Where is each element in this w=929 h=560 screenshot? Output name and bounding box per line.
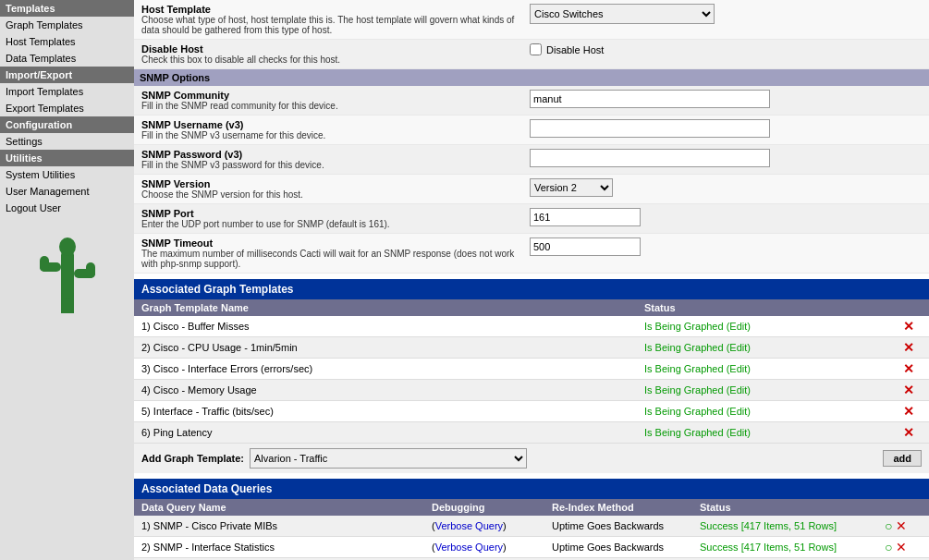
dq-col-name-header: Data Query Name <box>141 502 432 513</box>
snmp-version-select[interactable]: Version 1 Version 2 Version 3 <box>530 178 613 197</box>
sidebar-item-graph-templates[interactable]: Graph Templates <box>0 17 134 33</box>
add-graph-template-label: Add Graph Template: <box>141 453 244 464</box>
snmp-community-input[interactable] <box>530 90 770 108</box>
graph-template-name-col-header: Graph Template Name <box>141 302 644 313</box>
snmp-timeout-field-desc: The maximum number of milliseconds Cacti… <box>141 249 530 269</box>
dq-row-2-verbose-link[interactable]: Verbose Query <box>435 542 503 553</box>
dq-row-1: 1) SNMP - Cisco Private MIBs (Verbose Qu… <box>134 516 929 537</box>
dq-row-1-verbose-link[interactable]: Verbose Query <box>435 520 503 531</box>
graph-row-4-delete[interactable]: ✕ <box>903 383 922 397</box>
add-graph-template-button[interactable]: add <box>883 450 922 467</box>
graph-row-5-edit-link[interactable]: Edit <box>729 406 747 417</box>
snmp-username-field-name: SNMP Username (v3) <box>141 119 530 130</box>
dq-row-1-status: Success [417 Items, 51 Rows] <box>700 520 885 531</box>
dq-col-status-header: Status <box>700 502 885 513</box>
svg-rect-3 <box>40 256 49 272</box>
disable-host-row: Disable Host Check this box to disable a… <box>134 40 929 69</box>
snmp-timeout-input[interactable] <box>530 237 641 256</box>
snmp-options-header: SNMP Options <box>134 69 929 86</box>
graph-row-4-edit-link[interactable]: Edit <box>729 384 747 396</box>
sidebar-item-system-utilities[interactable]: System Utilities <box>0 166 134 183</box>
dq-row-1-actions: ○ ✕ <box>885 518 922 533</box>
snmp-community-field-desc: Fill in the SNMP read community for this… <box>141 101 530 111</box>
host-template-field-name: Host Template <box>141 4 530 15</box>
add-graph-template-select[interactable]: Alvarion - Traffic Cisco - Buffer Misses… <box>250 448 527 469</box>
snmp-community-row: SNMP Community Fill in the SNMP read com… <box>134 86 929 116</box>
graph-row-2-delete[interactable]: ✕ <box>903 340 922 355</box>
cactus-logo <box>31 230 104 323</box>
snmp-community-control <box>530 90 922 108</box>
graph-row-6-edit-link[interactable]: Edit <box>729 427 747 438</box>
disable-host-checkbox[interactable] <box>530 43 542 55</box>
graph-row-3-delete[interactable]: ✕ <box>903 361 922 376</box>
graph-row-2-edit-link[interactable]: Edit <box>729 342 747 353</box>
sidebar-item-export-templates[interactable]: Export Templates <box>0 100 134 116</box>
sidebar: Templates Graph Templates Host Templates… <box>0 0 134 560</box>
graph-row-5-delete[interactable]: ✕ <box>903 404 922 419</box>
snmp-port-field-desc: Enter the UDP port number to use for SNM… <box>141 219 530 229</box>
snmp-version-field-desc: Choose the SNMP version for this host. <box>141 189 530 200</box>
graph-row-6-status: Is Being Graphed (Edit) <box>644 427 903 438</box>
graph-row-4-name: 4) Cisco - Memory Usage <box>141 384 644 396</box>
sidebar-item-settings[interactable]: Settings <box>0 133 134 150</box>
data-queries-table-header: Data Query Name Debugging Re-Index Metho… <box>134 499 929 516</box>
host-template-row: Host Template Choose what type of host, … <box>134 0 929 40</box>
snmp-version-row: SNMP Version Choose the SNMP version for… <box>134 175 929 204</box>
sidebar-section-configuration: Configuration <box>0 116 134 133</box>
dq-row-1-recache-icon[interactable]: ○ <box>885 518 892 533</box>
dq-col-debug-header: Debugging <box>432 502 552 513</box>
dq-row-2-delete-icon[interactable]: ✕ <box>896 540 907 554</box>
graph-row-1-delete[interactable]: ✕ <box>903 319 922 334</box>
dq-col-actions-header <box>885 502 922 513</box>
sidebar-item-data-templates[interactable]: Data Templates <box>0 50 134 67</box>
graph-row-3-status: Is Being Graphed (Edit) <box>644 363 903 374</box>
snmp-version-label-col: SNMP Version Choose the SNMP version for… <box>141 178 530 200</box>
sidebar-item-import-templates[interactable]: Import Templates <box>0 83 134 100</box>
snmp-community-label-col: SNMP Community Fill in the SNMP read com… <box>141 90 530 111</box>
graph-template-action-col-header <box>903 302 922 313</box>
dq-row-1-name: 1) SNMP - Cisco Private MIBs <box>141 520 432 531</box>
graph-row-1-edit-link[interactable]: Edit <box>729 321 747 332</box>
snmp-password-input[interactable] <box>530 149 770 167</box>
sidebar-section-templates: Templates <box>0 0 134 17</box>
host-template-control: Cisco Switches Generic SNMP-enabled Host… <box>530 4 922 24</box>
graph-row-1-name: 1) Cisco - Buffer Misses <box>141 321 644 332</box>
dq-row-2-recache-icon[interactable]: ○ <box>885 540 892 554</box>
svg-rect-5 <box>86 262 95 278</box>
main-content: Host Template Choose what type of host, … <box>134 0 929 560</box>
graph-template-row: 1) Cisco - Buffer Misses Is Being Graphe… <box>134 316 929 337</box>
snmp-timeout-field-name: SNMP Timeout <box>141 237 530 249</box>
dq-row-1-delete-icon[interactable]: ✕ <box>896 518 907 533</box>
graph-row-4-status: Is Being Graphed (Edit) <box>644 384 903 396</box>
host-template-select[interactable]: Cisco Switches Generic SNMP-enabled Host… <box>530 4 715 24</box>
sidebar-section-import-export: Import/Export <box>0 67 134 83</box>
snmp-timeout-row: SNMP Timeout The maximum number of milli… <box>134 234 929 274</box>
snmp-password-label-col: SNMP Password (v3) Fill in the SNMP v3 p… <box>141 149 530 170</box>
dq-col-reindex-header: Re-Index Method <box>552 502 700 513</box>
snmp-password-field-name: SNMP Password (v3) <box>141 149 530 160</box>
snmp-password-field-desc: Fill in the SNMP v3 password for this de… <box>141 160 530 170</box>
svg-point-6 <box>59 237 76 256</box>
sidebar-item-host-templates[interactable]: Host Templates <box>0 33 134 50</box>
snmp-username-control <box>530 119 922 138</box>
snmp-port-control <box>530 208 922 226</box>
svg-rect-1 <box>61 249 74 299</box>
snmp-community-field-name: SNMP Community <box>141 90 530 101</box>
add-graph-template-row: Add Graph Template: Alvarion - Traffic C… <box>134 444 929 473</box>
graph-template-row: 3) Cisco - Interface Errors (errors/sec)… <box>134 359 929 380</box>
sidebar-item-logout[interactable]: Logout User <box>0 200 134 216</box>
snmp-port-label-col: SNMP Port Enter the UDP port number to u… <box>141 208 530 229</box>
graph-row-6-delete[interactable]: ✕ <box>903 425 922 440</box>
host-template-field-desc: Choose what type of host, host template … <box>141 15 530 35</box>
graph-row-3-edit-link[interactable]: Edit <box>729 363 747 374</box>
snmp-port-input[interactable] <box>530 208 641 226</box>
graph-template-row: 6) Ping Latency Is Being Graphed (Edit) … <box>134 422 929 444</box>
snmp-username-input[interactable] <box>530 119 770 138</box>
disable-host-control: Disable Host <box>530 43 922 55</box>
dq-row-2-actions: ○ ✕ <box>885 540 922 554</box>
sidebar-item-user-management[interactable]: User Management <box>0 183 134 200</box>
sidebar-section-utilities: Utilities <box>0 150 134 166</box>
snmp-password-row: SNMP Password (v3) Fill in the SNMP v3 p… <box>134 145 929 175</box>
dq-row-2: 2) SNMP - Interface Statistics (Verbose … <box>134 537 929 558</box>
data-queries-section-header: Associated Data Queries <box>134 479 929 499</box>
